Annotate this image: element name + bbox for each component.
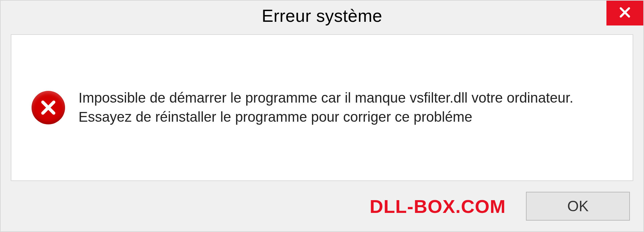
- ok-button-label: OK: [567, 198, 589, 215]
- error-message: Impossible de démarrer le programme car …: [78, 89, 595, 126]
- ok-button[interactable]: OK: [526, 192, 630, 221]
- close-button[interactable]: [606, 1, 643, 25]
- dialog-title: Erreur système: [262, 6, 382, 26]
- titlebar: Erreur système: [1, 1, 643, 31]
- close-icon: [618, 5, 632, 21]
- content-panel: Impossible de démarrer le programme car …: [11, 34, 633, 181]
- error-icon: [32, 91, 65, 124]
- brand-text: DLL-BOX.COM: [370, 195, 506, 217]
- error-dialog: Erreur système Impossible de démarrer le…: [0, 0, 644, 232]
- dialog-footer: DLL-BOX.COM OK: [1, 181, 643, 231]
